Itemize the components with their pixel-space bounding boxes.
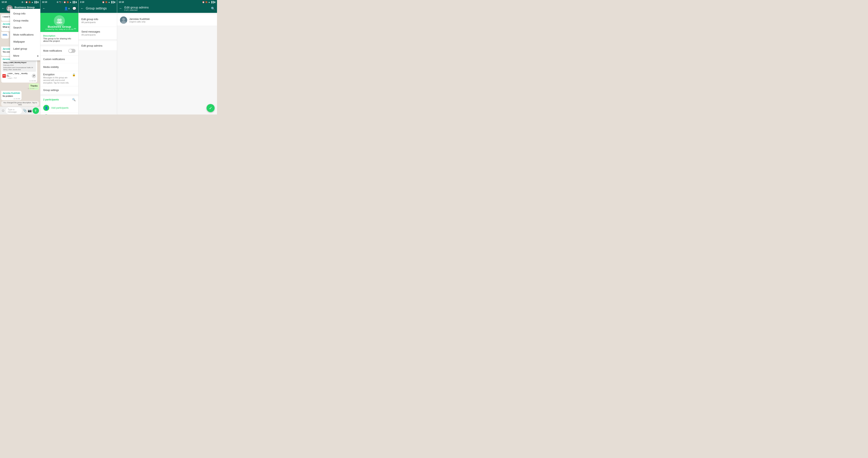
menu-label-wallpaper: Wallpaper [13,40,25,43]
back-button-p2[interactable]: ← [42,7,45,10]
admins-title-block: Edit group admins 0 of 1 selected [124,6,209,11]
status-bar-panel1: 12:10 ⊙ ↑ ⏰ 🔕 ▲ ▐▐ ▮ [0,0,40,4]
message-noproblem: Jaroslav Kudritski No problem 11:33 AM [1,91,22,100]
share-icon[interactable]: ↗ [32,74,36,78]
settings-item-title-1: Edit group info [82,18,114,21]
wifi-icon-p4: ▲ [208,1,210,3]
chat-icon[interactable]: 💬 [72,7,76,10]
settings-header: ← Group settings [79,4,117,13]
settings-edit-admins[interactable]: Edit group admins [79,41,117,51]
menu-label-group[interactable]: Label group [10,45,40,52]
panel-group-info: 12:10 ⊙ 📷 ↑ ⏰ 🔕 ▲ ▐▐ ▮ ← 👤+ 💬 [40,0,79,115]
wifi-icon-p3: ▲ [108,1,110,3]
signal-icon-p4: ▐▐ [211,1,214,3]
media-visibility-row[interactable]: Media visibility [40,63,79,71]
emoji-icon[interactable]: ☺ [1,108,5,113]
msg-time-file: 11:33 AM [29,80,36,82]
mic-button[interactable]: 🎙 [33,107,39,114]
status-bar-panel3: 2:10 ⏰ 🔕 ▲ ▐▐ ▮ [79,0,117,4]
admins-subtitle: 0 of 1 selected [124,9,209,11]
add-participants-row[interactable]: 👤 Add participants [40,103,79,113]
add-participant-icon[interactable]: 👤+ [64,7,70,10]
battery-icon-p3: ▮ [114,1,115,3]
group-info-body: Description This group is for sharing in… [40,32,79,115]
enc-sub: Messages to this group are secured with … [43,76,70,84]
back-button[interactable]: ← [2,7,5,10]
data-icon: ⊙ [22,1,23,3]
message-link: www. [1,32,9,39]
custom-notif-row[interactable]: Custom notifications [40,56,79,63]
msg-time-thanks: 11:33 AM ✓✓ [28,88,38,90]
group-icon [54,15,65,26]
edit-icon[interactable]: ✏ [74,27,76,30]
menu-search[interactable]: Search [10,24,40,31]
signal-icon-p3: ▐▐ [111,1,114,3]
menu-wallpaper[interactable]: Wallpaper [10,38,40,45]
wifi-icon-p2: ▲ [69,1,71,3]
menu-more[interactable]: More ▶ [10,52,40,59]
link-text[interactable]: www. [3,33,7,36]
battery-icon-p4: ▮ [214,1,215,3]
chevron-right-icon: ▶ [37,55,39,57]
encryption-row[interactable]: Encryption Messages to this group are se… [40,71,79,86]
msg-time-noproblem: 11:33 AM [13,98,20,100]
contact-name-jaroslav: Jaroslav Kudritski [129,18,214,21]
contacts-list: Jaroslav Kudritski Urgent calls only [117,14,217,26]
chat-input-bar: ☺ Type a message 📎 📷 🎙 [0,106,40,115]
pdf-icon: PDF [2,74,6,78]
read-tick: ✓✓ [35,88,38,89]
admins-search-icon[interactable]: 🔍 [211,7,215,10]
back-button-p4[interactable]: ← [119,7,122,10]
camera-icon[interactable]: 📷 [28,109,32,112]
file-name: _LVMH _ Samy _ Monthly Re... [7,72,31,77]
menu-group-media[interactable]: Group media [10,17,40,24]
settings-edit-group-info[interactable]: Edit group info All participants [79,14,117,27]
status-icons-panel4: ⏰ 🔕 ▲ ▐▐ ▮ [202,1,215,3]
time-panel3: 2:10 [80,1,84,3]
settings-send-messages[interactable]: Send messages All participants [79,27,117,39]
participants-search-icon[interactable]: 🔍 [72,98,75,101]
upload-icon-p2: ↑ [62,1,63,3]
add-participant-btn[interactable]: 👤 [43,105,49,111]
attachment-icon[interactable]: 📎 [23,109,27,112]
svg-point-8 [59,21,62,24]
settings-item-title-2: Send messages [82,30,114,33]
status-icons-panel3: ⏰ 🔕 ▲ ▐▐ ▮ [102,1,115,3]
back-button-p3[interactable]: ← [81,7,84,10]
contact-jaroslav[interactable]: Jaroslav Kudritski Urgent calls only [117,14,217,26]
alarm-icon: ⏰ [25,1,28,3]
group-info-header: ← 👤+ 💬 [40,4,79,13]
system-message[interactable]: You changed the group description. Tap t… [1,101,39,106]
time-panel2: 12:10 [42,1,47,3]
enc-text: Encryption Messages to this group are se… [43,73,70,84]
lock-icon: 🔒 [72,73,75,76]
checkmark-icon: ✓ [209,106,212,110]
menu-group-info[interactable]: Group info [10,10,40,17]
contact-info-jaroslav: Jaroslav Kudritski Urgent calls only [129,18,214,23]
file-sub: February 2019 [3,64,35,66]
mute-toggle[interactable] [68,49,75,53]
contact-avatar-jaroslav [120,17,127,24]
menu-mute[interactable]: Mute notifications [10,31,40,38]
message-input[interactable]: Type a message [6,107,22,114]
sender-label-4: Jaroslav Kudritski [3,92,20,94]
message-file: Jaroslav Kudritski Samy | LVMH | Monthly… [1,57,37,83]
invite-link-row[interactable]: 🔗 Invite via link [40,113,79,115]
message-thanks: Thanks 11:33 AM ✓✓ [29,84,39,90]
menu-label-search: Search [13,26,22,29]
menu-label-labelgroup: Label group [13,47,27,50]
mute-icon: 🔕 [28,1,31,3]
settings-divider [79,39,117,41]
mute-row[interactable]: Mute notifications [40,46,79,56]
participants-section: 2 participants 🔍 👤 Add participants 🔗 In… [40,96,79,115]
svg-point-2 [10,7,12,9]
alarm-icon-p3: ⏰ [102,1,104,3]
panel-admins: 12:10 ⏰ 🔕 ▲ ▐▐ ▮ ← Edit group admins 0 o… [117,0,217,115]
invite-link-btn[interactable]: 🔗 [43,114,49,115]
data-icon-p2: ⊙ [57,1,58,3]
fab-confirm[interactable]: ✓ [207,104,215,112]
group-settings-row[interactable]: Group settings [40,86,79,94]
svg-point-6 [59,19,62,21]
mute-icon-p4: 🔕 [205,1,208,3]
time-panel1: 12:10 [2,1,7,3]
